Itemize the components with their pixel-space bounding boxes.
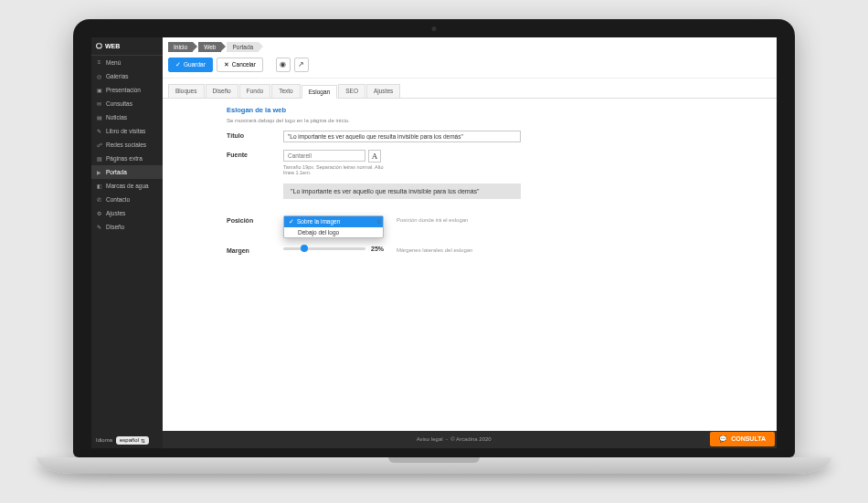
footer-legal[interactable]: Aviso legal bbox=[417, 436, 443, 442]
footer: Aviso legal - © Arcadina 2020 f 𝕏 ▶ ◻ bbox=[163, 431, 777, 448]
main-area: Inicio Web Portada ✓ Guardar ✕ Cancelar bbox=[163, 37, 777, 448]
posicion-hint: Posición donde irá el eslogan bbox=[397, 215, 468, 223]
language-label: Idioma bbox=[96, 437, 112, 443]
preview-eye-button[interactable]: ◉ bbox=[276, 58, 291, 72]
tab-bloques[interactable]: Bloques bbox=[168, 84, 205, 98]
external-icon: ↗ bbox=[298, 60, 304, 68]
sidebar-item-presentación[interactable]: ▣Presentación bbox=[91, 83, 163, 97]
páginas-extra-icon: ▧ bbox=[96, 155, 102, 162]
sidebar-item-label: Marcas de agua bbox=[106, 183, 149, 189]
sidebar-item-portada[interactable]: ▶Portada bbox=[91, 165, 163, 179]
redes-sociales-icon: ☍ bbox=[96, 141, 102, 148]
margen-hint: Márgenes laterales del eslogan bbox=[397, 246, 472, 253]
posicion-option-selected[interactable]: ✓ Sobre la imagen bbox=[284, 216, 383, 227]
fuente-hint: Tamaño 19px. Separación letras normal. A… bbox=[283, 164, 393, 176]
language-value: español bbox=[120, 437, 139, 443]
sidebar-item-label: Libro de visitas bbox=[106, 128, 145, 134]
sidebar-item-páginas-extra[interactable]: ▧Páginas extra bbox=[91, 152, 163, 165]
posicion-label: Posición bbox=[227, 215, 270, 224]
chat-icon: 💬 bbox=[719, 435, 727, 443]
tab-eslogan[interactable]: Eslogan bbox=[302, 85, 338, 99]
sidebar-item-libro-de-visitas[interactable]: ✎Libro de visitas bbox=[91, 124, 163, 138]
external-link-button[interactable]: ↗ bbox=[294, 58, 309, 72]
toolbar: ✓ Guardar ✕ Cancelar ◉ ↗ bbox=[163, 55, 777, 79]
cancel-label: Cancelar bbox=[232, 61, 256, 68]
consulta-button[interactable]: 💬 CONSULTA bbox=[710, 432, 775, 446]
sidebar: 🖵 WEB ≡Menú◎Galerías▣Presentación✉Consul… bbox=[91, 37, 163, 448]
save-label: Guardar bbox=[184, 61, 206, 68]
footer-copyright: © Arcadina 2020 bbox=[450, 436, 491, 442]
sidebar-item-label: Galerías bbox=[106, 73, 129, 79]
ajustes-icon: ⚙ bbox=[96, 210, 102, 216]
close-icon: ✕ bbox=[224, 61, 229, 68]
font-icon: A bbox=[372, 152, 378, 161]
portada-icon: ▶ bbox=[96, 169, 102, 175]
sidebar-brand: 🖵 WEB bbox=[91, 37, 163, 56]
breadcrumb-item-portada[interactable]: Portada bbox=[227, 42, 259, 52]
footer-center: Aviso legal - © Arcadina 2020 bbox=[417, 436, 492, 442]
fuente-value: Cantarell bbox=[283, 150, 365, 162]
tab-texto[interactable]: Texto bbox=[271, 84, 301, 98]
sidebar-item-redes-sociales[interactable]: ☍Redes sociales bbox=[91, 138, 163, 152]
margen-value: 25% bbox=[371, 246, 384, 252]
fuente-label: Fuente bbox=[227, 150, 270, 158]
contacto-icon: ✆ bbox=[96, 196, 102, 203]
noticias-icon: ▤ bbox=[96, 114, 102, 121]
slider-thumb[interactable] bbox=[301, 245, 308, 252]
language-select[interactable]: español ⇅ bbox=[116, 436, 149, 445]
titulo-label: Título bbox=[227, 131, 270, 139]
sidebar-item-label: Diseño bbox=[106, 224, 124, 230]
margen-label: Margen bbox=[227, 246, 270, 254]
breadcrumb-item-web[interactable]: Web bbox=[198, 42, 221, 52]
sidebar-item-label: Redes sociales bbox=[106, 141, 146, 148]
font-picker-button[interactable]: A bbox=[368, 150, 381, 162]
sidebar-item-diseño[interactable]: ✎Diseño bbox=[91, 220, 163, 234]
sidebar-item-label: Consultas bbox=[106, 100, 132, 107]
sidebar-item-label: Portada bbox=[106, 169, 127, 175]
breadcrumb-item-inicio[interactable]: Inicio bbox=[168, 42, 193, 52]
sidebar-item-contacto[interactable]: ✆Contacto bbox=[91, 193, 163, 206]
menú-icon: ≡ bbox=[96, 59, 102, 66]
sidebar-item-label: Páginas extra bbox=[106, 155, 143, 162]
posicion-option-0-label: Sobre la imagen bbox=[297, 218, 340, 225]
titulo-input[interactable] bbox=[283, 131, 521, 142]
tab-ajustes[interactable]: Ajustes bbox=[366, 84, 400, 98]
chevron-updown-icon: ⇅ bbox=[376, 218, 381, 225]
sidebar-item-noticias[interactable]: ▤Noticias bbox=[91, 110, 163, 124]
sidebar-item-label: Ajustes bbox=[106, 210, 125, 216]
chevron-updown-icon: ⇅ bbox=[141, 437, 145, 444]
check-icon: ✓ bbox=[289, 218, 294, 225]
check-icon: ✓ bbox=[175, 61, 181, 68]
posicion-option-1[interactable]: Debajo del logo bbox=[284, 227, 383, 237]
posicion-option-1-label: Debajo del logo bbox=[298, 229, 339, 236]
save-button[interactable]: ✓ Guardar bbox=[168, 58, 213, 72]
monitor-icon: 🖵 bbox=[96, 43, 102, 49]
eye-icon: ◉ bbox=[280, 60, 286, 68]
sidebar-item-ajustes[interactable]: ⚙Ajustes bbox=[91, 206, 163, 220]
language-selector-row: Idioma español ⇅ bbox=[91, 433, 163, 448]
sidebar-item-consultas[interactable]: ✉Consultas bbox=[91, 97, 163, 110]
tab-content: Eslogan de la web Se mostrará debajo del… bbox=[163, 99, 777, 431]
margen-slider[interactable] bbox=[283, 247, 365, 250]
tab-seo[interactable]: SEO bbox=[338, 84, 365, 98]
tab-diseño[interactable]: Diseño bbox=[206, 84, 238, 98]
posicion-dropdown[interactable]: ✓ Sobre la imagen Debajo del logo ⇅ bbox=[283, 215, 384, 238]
tabs: BloquesDiseñoFondoTextoEsloganSEOAjustes bbox=[163, 79, 777, 99]
cancel-button[interactable]: ✕ Cancelar bbox=[217, 58, 263, 72]
diseño-icon: ✎ bbox=[96, 224, 102, 230]
consultas-icon: ✉ bbox=[96, 100, 102, 107]
sidebar-item-label: Presentación bbox=[106, 87, 141, 93]
presentación-icon: ▣ bbox=[96, 87, 102, 93]
sidebar-item-marcas-de-agua[interactable]: ◧Marcas de agua bbox=[91, 179, 163, 193]
sidebar-item-label: Menú bbox=[106, 59, 121, 66]
sidebar-item-galerías[interactable]: ◎Galerías bbox=[91, 69, 163, 83]
galerías-icon: ◎ bbox=[96, 73, 102, 79]
sidebar-item-label: Contacto bbox=[106, 196, 130, 203]
sidebar-item-menú[interactable]: ≡Menú bbox=[91, 56, 163, 69]
tab-fondo[interactable]: Fondo bbox=[239, 84, 270, 98]
section-hint: Se mostrará debajo del logo en la página… bbox=[227, 118, 769, 123]
brand-label: WEB bbox=[105, 43, 120, 49]
section-title: Eslogan de la web bbox=[227, 106, 769, 114]
consulta-label: CONSULTA bbox=[731, 435, 766, 442]
slogan-preview: "Lo importante es ver aquello que result… bbox=[283, 183, 521, 199]
